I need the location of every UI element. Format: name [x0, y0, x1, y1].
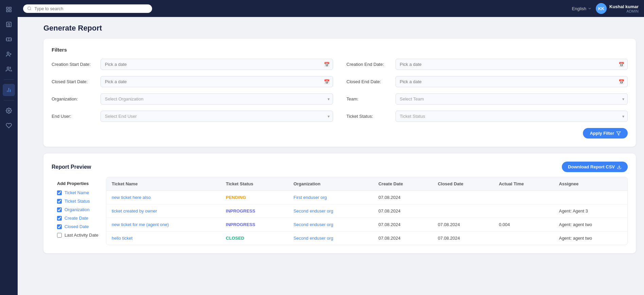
closed-end-date-input[interactable] [395, 76, 628, 87]
prop-create-date-label[interactable]: Create Date [65, 216, 88, 221]
sidebar-icon-ticket[interactable] [3, 33, 15, 45]
sidebar-icon-building[interactable] [3, 18, 15, 31]
team-control: Select Team ▾ [395, 93, 628, 105]
organization-label: Organization: [52, 96, 96, 102]
organization-control: Select Organization ▾ [100, 93, 333, 105]
prop-last-activity-label[interactable]: Last Activity Date [65, 233, 98, 238]
col-actual-time: Actual Time [493, 177, 553, 191]
cell-ticket-status: PENDING [220, 191, 288, 204]
sidebar-icon-grid[interactable] [3, 3, 15, 16]
prop-create-date-checkbox[interactable] [57, 216, 62, 221]
prop-last-activity-checkbox[interactable] [57, 233, 62, 238]
cell-ticket-name: new ticket here also [106, 191, 220, 204]
nav-right: English KK Kushal kumar ADMIN [572, 3, 639, 14]
language-selector[interactable]: English [572, 6, 592, 11]
svg-line-15 [30, 10, 31, 10]
cell-ticket-name: new ticket for me (agent one) [106, 218, 220, 232]
prop-ticket-name-checkbox[interactable] [57, 190, 62, 195]
filters-card: Filters Creation Start Date: 📅 Creation … [43, 39, 636, 147]
prop-create-date: Create Date [57, 216, 100, 221]
closed-end-date-label: Closed End Date: [347, 79, 391, 84]
prop-organization-label[interactable]: Organization [65, 207, 90, 212]
sidebar-icon-add-user[interactable] [3, 48, 15, 60]
page-title: Generate Report [43, 24, 636, 33]
cell-closed-date: 07.08.2024 [433, 218, 494, 232]
end-user-label: End User: [52, 114, 96, 119]
cell-assignee: Agent: Agent 3 [553, 204, 627, 218]
cell-closed-date [433, 204, 494, 218]
svg-rect-2 [6, 10, 8, 12]
cell-closed-date [433, 191, 494, 204]
cell-create-date: 07.08.2024 [373, 218, 433, 232]
col-closed-date: Closed Date [433, 177, 494, 191]
sidebar-icon-chart[interactable] [3, 84, 15, 96]
creation-start-date-row: Creation Start Date: 📅 [52, 59, 333, 70]
cell-ticket-status: INPROGRESS [220, 218, 288, 232]
prop-organization-checkbox[interactable] [57, 207, 62, 212]
filter-actions: Apply Filter [52, 128, 628, 139]
creation-start-date-control: 📅 [100, 59, 333, 70]
closed-start-date-control: 📅 [100, 76, 333, 87]
creation-start-date-label: Creation Start Date: [52, 62, 96, 67]
user-text: Kushal kumar ADMIN [609, 4, 639, 13]
cell-organization: First enduser org [288, 191, 373, 204]
svg-point-9 [7, 67, 9, 69]
cell-create-date: 07.08.2024 [373, 204, 433, 218]
prop-ticket-status-label[interactable]: Ticket Status [65, 199, 90, 204]
organization-row: Organization: Select Organization ▾ [52, 93, 333, 105]
cell-closed-date: 07.08.2024 [433, 232, 494, 245]
closed-start-date-row: Closed Start Date: 📅 [52, 76, 333, 87]
end-user-select[interactable]: Select End User [100, 111, 333, 122]
user-info: KK Kushal kumar ADMIN [596, 3, 639, 14]
apply-filter-button[interactable]: Apply Filter [583, 128, 628, 139]
cell-actual-time: 0.004 [493, 218, 553, 232]
ticket-status-select[interactable]: Ticket Status [395, 111, 628, 122]
creation-start-date-input[interactable] [100, 59, 333, 70]
filter-icon [616, 131, 621, 136]
language-label: English [572, 6, 586, 11]
closed-start-date-input[interactable] [100, 76, 333, 87]
organization-select[interactable]: Select Organization [100, 93, 333, 105]
avatar: KK [596, 3, 607, 14]
col-organization: Organization [288, 177, 373, 191]
sidebar-icon-plugin[interactable] [3, 119, 15, 132]
search-input[interactable] [34, 6, 148, 11]
table-row: new ticket for me (agent one) INPROGRESS… [106, 218, 627, 232]
prop-closed-date-label[interactable]: Closed Date [65, 224, 89, 229]
ticket-status-row: Ticket Status: Ticket Status ▾ [347, 111, 628, 122]
download-report-button[interactable]: Download Report CSV [562, 162, 628, 172]
sidebar-divider-2 [4, 100, 14, 100]
prop-closed-date-checkbox[interactable] [57, 224, 62, 229]
col-ticket-name: Ticket Name [106, 177, 220, 191]
svg-rect-3 [10, 10, 11, 12]
col-ticket-status: Ticket Status [220, 177, 288, 191]
download-icon [617, 165, 622, 169]
svg-point-6 [7, 52, 9, 54]
cell-create-date: 07.08.2024 [373, 232, 433, 245]
cell-ticket-name: ticket created by owner [106, 204, 220, 218]
report-header: Report Preview Download Report CSV [52, 162, 628, 172]
properties-title: Add Properties [57, 181, 100, 186]
svg-marker-16 [617, 131, 621, 135]
topnav: English KK Kushal kumar ADMIN [18, 0, 644, 17]
table-row: new ticket here also PENDING First endus… [106, 191, 627, 204]
chevron-down-icon [588, 6, 592, 11]
creation-end-date-input[interactable] [395, 59, 628, 70]
sidebar-icon-team[interactable] [3, 63, 15, 75]
sidebar-icon-settings[interactable] [3, 105, 15, 117]
report-preview-card: Report Preview Download Report CSV Add P… [43, 153, 636, 253]
prop-ticket-status: Ticket Status [57, 199, 100, 204]
properties-panel: Add Properties Ticket Name Ticket Status… [52, 177, 106, 245]
search-box[interactable] [23, 4, 152, 13]
prop-ticket-name-label[interactable]: Ticket Name [65, 190, 89, 195]
cell-assignee: Agent: agent two [553, 218, 627, 232]
table-row: hello ticket CLOSED Second enduser org 0… [106, 232, 627, 245]
prop-ticket-status-checkbox[interactable] [57, 199, 62, 204]
svg-rect-1 [10, 7, 11, 9]
end-user-control: Select End User ▾ [100, 111, 333, 122]
table-header-row: Ticket Name Ticket Status Organization C… [106, 177, 627, 191]
cell-assignee: Agent: agent two [553, 232, 627, 245]
team-select[interactable]: Select Team [395, 93, 628, 105]
svg-point-13 [8, 110, 10, 112]
table-row: ticket created by owner INPROGRESS Secon… [106, 204, 627, 218]
